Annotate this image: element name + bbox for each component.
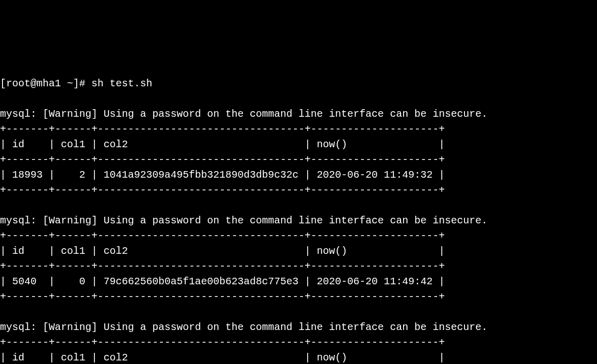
query-block-2: mysql: [Warning] Using a password on the… <box>0 321 487 364</box>
shell-prompt-line: [root@mha1 ~]# sh test.sh <box>0 78 152 89</box>
terminal-output: [root@mha1 ~]# sh test.sh mysql: [Warnin… <box>0 61 597 364</box>
query-block-0: mysql: [Warning] Using a password on the… <box>0 108 487 196</box>
query-block-1: mysql: [Warning] Using a password on the… <box>0 215 487 303</box>
